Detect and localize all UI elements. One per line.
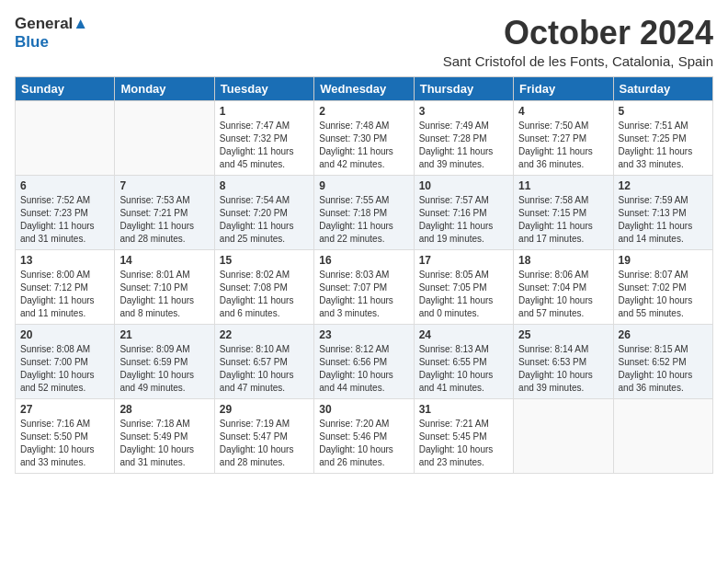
day-number: 6 (20, 179, 109, 192)
weekday-header: Saturday (613, 76, 712, 100)
day-info: Sunrise: 8:13 AMSunset: 6:55 PMDaylight:… (419, 343, 508, 395)
day-number: 7 (119, 179, 209, 192)
day-info: Sunrise: 7:58 AMSunset: 7:15 PMDaylight:… (518, 194, 608, 246)
location: Sant Cristofol de les Fonts, Catalonia, … (443, 53, 713, 69)
calendar-cell: 8Sunrise: 7:54 AMSunset: 7:20 PMDaylight… (214, 175, 313, 249)
day-info: Sunrise: 8:15 AMSunset: 6:52 PMDaylight:… (619, 343, 708, 395)
calendar-cell: 22Sunrise: 8:10 AMSunset: 6:57 PMDayligh… (214, 324, 313, 398)
calendar-cell: 2Sunrise: 7:48 AMSunset: 7:30 PMDaylight… (314, 100, 414, 175)
weekday-header: Monday (115, 76, 214, 100)
day-number: 4 (518, 105, 608, 118)
calendar-cell: 20Sunrise: 8:08 AMSunset: 7:00 PMDayligh… (16, 324, 115, 398)
day-number: 15 (220, 254, 309, 267)
day-number: 28 (119, 403, 209, 416)
calendar-cell: 3Sunrise: 7:49 AMSunset: 7:28 PMDaylight… (414, 100, 513, 175)
day-info: Sunrise: 7:18 AMSunset: 5:49 PMDaylight:… (119, 418, 209, 469)
weekday-header: Tuesday (214, 76, 313, 100)
weekday-header: Friday (514, 76, 613, 100)
day-info: Sunrise: 8:14 AMSunset: 6:53 PMDaylight:… (518, 343, 608, 395)
day-number: 11 (518, 179, 608, 192)
title-block: October 2024 Sant Cristofol de les Fonts… (443, 15, 713, 69)
day-info: Sunrise: 7:52 AMSunset: 7:23 PMDaylight:… (20, 194, 109, 246)
day-number: 24 (419, 328, 508, 341)
calendar-cell: 30Sunrise: 7:20 AMSunset: 5:46 PMDayligh… (314, 398, 414, 473)
calendar-cell: 19Sunrise: 8:07 AMSunset: 7:02 PMDayligh… (613, 249, 712, 324)
day-info: Sunrise: 8:12 AMSunset: 6:56 PMDaylight:… (319, 343, 408, 395)
day-info: Sunrise: 8:01 AMSunset: 7:10 PMDaylight:… (119, 269, 209, 320)
calendar-cell: 24Sunrise: 8:13 AMSunset: 6:55 PMDayligh… (414, 324, 513, 398)
day-info: Sunrise: 7:48 AMSunset: 7:30 PMDaylight:… (319, 120, 408, 171)
day-info: Sunrise: 8:06 AMSunset: 7:04 PMDaylight:… (518, 269, 608, 320)
day-info: Sunrise: 7:47 AMSunset: 7:32 PMDaylight:… (220, 120, 309, 171)
day-info: Sunrise: 7:49 AMSunset: 7:28 PMDaylight:… (419, 120, 508, 171)
weekday-header-row: SundayMondayTuesdayWednesdayThursdayFrid… (16, 76, 713, 100)
calendar-cell: 1Sunrise: 7:47 AMSunset: 7:32 PMDaylight… (214, 100, 313, 175)
calendar-cell: 29Sunrise: 7:19 AMSunset: 5:47 PMDayligh… (214, 398, 313, 473)
day-info: Sunrise: 7:21 AMSunset: 5:45 PMDaylight:… (419, 418, 508, 469)
day-info: Sunrise: 7:59 AMSunset: 7:13 PMDaylight:… (619, 194, 708, 246)
calendar-cell: 16Sunrise: 8:03 AMSunset: 7:07 PMDayligh… (314, 249, 414, 324)
calendar-cell: 14Sunrise: 8:01 AMSunset: 7:10 PMDayligh… (115, 249, 214, 324)
calendar-week-row: 6Sunrise: 7:52 AMSunset: 7:23 PMDaylight… (16, 175, 713, 249)
calendar-cell: 28Sunrise: 7:18 AMSunset: 5:49 PMDayligh… (115, 398, 214, 473)
day-number: 2 (319, 105, 408, 118)
day-number: 31 (419, 403, 508, 416)
day-number: 23 (319, 328, 408, 341)
day-number: 12 (619, 179, 708, 192)
day-number: 18 (518, 254, 608, 267)
calendar-week-row: 20Sunrise: 8:08 AMSunset: 7:00 PMDayligh… (16, 324, 713, 398)
day-number: 27 (20, 403, 109, 416)
day-info: Sunrise: 7:16 AMSunset: 5:50 PMDaylight:… (20, 418, 109, 469)
calendar-cell: 9Sunrise: 7:55 AMSunset: 7:18 PMDaylight… (314, 175, 414, 249)
day-number: 16 (319, 254, 408, 267)
day-number: 17 (419, 254, 508, 267)
day-info: Sunrise: 8:07 AMSunset: 7:02 PMDaylight:… (619, 269, 708, 320)
day-info: Sunrise: 7:19 AMSunset: 5:47 PMDaylight:… (220, 418, 309, 469)
calendar-cell: 21Sunrise: 8:09 AMSunset: 6:59 PMDayligh… (115, 324, 214, 398)
calendar-week-row: 13Sunrise: 8:00 AMSunset: 7:12 PMDayligh… (16, 249, 713, 324)
calendar-week-row: 27Sunrise: 7:16 AMSunset: 5:50 PMDayligh… (16, 398, 713, 473)
day-number: 22 (220, 328, 309, 341)
day-info: Sunrise: 7:54 AMSunset: 7:20 PMDaylight:… (220, 194, 309, 246)
day-info: Sunrise: 7:57 AMSunset: 7:16 PMDaylight:… (419, 194, 508, 246)
day-number: 21 (119, 328, 209, 341)
weekday-header: Thursday (414, 76, 513, 100)
day-number: 19 (619, 254, 708, 267)
day-number: 13 (20, 254, 109, 267)
calendar-cell: 25Sunrise: 8:14 AMSunset: 6:53 PMDayligh… (514, 324, 613, 398)
calendar-cell: 15Sunrise: 8:02 AMSunset: 7:08 PMDayligh… (214, 249, 313, 324)
weekday-header: Sunday (16, 76, 115, 100)
day-number: 1 (220, 105, 309, 118)
day-info: Sunrise: 8:10 AMSunset: 6:57 PMDaylight:… (220, 343, 309, 395)
calendar-cell: 27Sunrise: 7:16 AMSunset: 5:50 PMDayligh… (16, 398, 115, 473)
day-info: Sunrise: 8:02 AMSunset: 7:08 PMDaylight:… (220, 269, 309, 320)
day-number: 30 (319, 403, 408, 416)
calendar-cell: 7Sunrise: 7:53 AMSunset: 7:21 PMDaylight… (115, 175, 214, 249)
day-number: 20 (20, 328, 109, 341)
day-info: Sunrise: 7:53 AMSunset: 7:21 PMDaylight:… (119, 194, 209, 246)
calendar-cell: 4Sunrise: 7:50 AMSunset: 7:27 PMDaylight… (514, 100, 613, 175)
day-number: 25 (518, 328, 608, 341)
calendar-cell: 5Sunrise: 7:51 AMSunset: 7:25 PMDaylight… (613, 100, 712, 175)
day-number: 29 (220, 403, 309, 416)
logo: General▲ Blue (15, 15, 88, 51)
month-title: October 2024 (443, 15, 713, 52)
day-number: 9 (319, 179, 408, 192)
calendar-cell: 11Sunrise: 7:58 AMSunset: 7:15 PMDayligh… (514, 175, 613, 249)
day-number: 3 (419, 105, 508, 118)
day-number: 14 (119, 254, 209, 267)
calendar-table: SundayMondayTuesdayWednesdayThursdayFrid… (15, 76, 713, 474)
calendar-cell: 31Sunrise: 7:21 AMSunset: 5:45 PMDayligh… (414, 398, 513, 473)
calendar-cell: 6Sunrise: 7:52 AMSunset: 7:23 PMDaylight… (16, 175, 115, 249)
calendar-cell: 10Sunrise: 7:57 AMSunset: 7:16 PMDayligh… (414, 175, 513, 249)
day-info: Sunrise: 7:20 AMSunset: 5:46 PMDaylight:… (319, 418, 408, 469)
day-info: Sunrise: 7:51 AMSunset: 7:25 PMDaylight:… (619, 120, 708, 171)
calendar-cell: 12Sunrise: 7:59 AMSunset: 7:13 PMDayligh… (613, 175, 712, 249)
day-number: 5 (619, 105, 708, 118)
day-info: Sunrise: 8:03 AMSunset: 7:07 PMDaylight:… (319, 269, 408, 320)
calendar-cell (115, 100, 214, 175)
day-info: Sunrise: 8:00 AMSunset: 7:12 PMDaylight:… (20, 269, 109, 320)
weekday-header: Wednesday (314, 76, 414, 100)
calendar-cell (514, 398, 613, 473)
calendar-cell: 13Sunrise: 8:00 AMSunset: 7:12 PMDayligh… (16, 249, 115, 324)
